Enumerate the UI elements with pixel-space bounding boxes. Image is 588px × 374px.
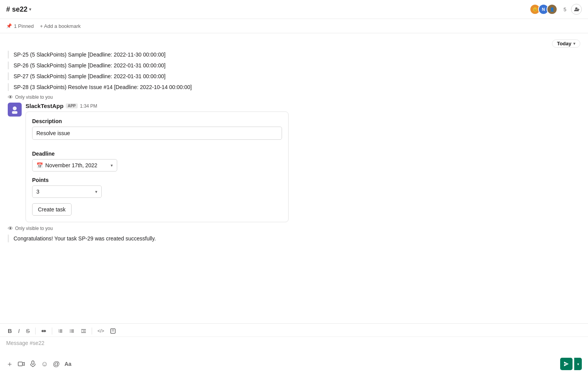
list-item: SP-25 (5 SlackPoints) Sample [Deadline: … [8, 51, 580, 58]
svg-rect-22 [18, 362, 22, 366]
channel-name[interactable]: # se22 [6, 5, 27, 14]
eye-icon-2: 👁 [8, 225, 13, 232]
pinned-label: 1 Pinned [14, 23, 34, 29]
deadline-select[interactable]: 📅 November 17th, 2022 ▾ [32, 159, 117, 172]
header: # se22 ▾ 😊 N 👤 5 [0, 0, 588, 19]
bot-header: SlackTestApp APP 1:34 PM [26, 103, 580, 109]
app-badge: APP [66, 103, 78, 108]
bot-message: SlackTestApp APP 1:34 PM Description Dea… [8, 103, 580, 222]
deadline-label: Deadline [32, 151, 282, 157]
header-left: # se22 ▾ [6, 5, 31, 14]
calendar-icon: 📅 [36, 162, 43, 168]
bullet-list-tool[interactable] [68, 328, 76, 335]
points-section: Points 3 ▾ [32, 177, 282, 198]
create-task-button[interactable]: Create task [32, 203, 72, 216]
send-button[interactable] [560, 358, 573, 370]
today-badge[interactable]: Today ▾ [552, 39, 580, 48]
bot-name: SlackTestApp [26, 103, 63, 109]
formatting-button[interactable]: Aa [65, 361, 72, 367]
toolbar-separator-2 [52, 328, 52, 335]
add-member-button[interactable] [571, 4, 582, 15]
send-options-button[interactable]: ▾ [574, 358, 582, 370]
message-text: SP-25 (5 SlackPoints) Sample [Deadline: … [14, 51, 166, 58]
svg-rect-23 [32, 361, 34, 364]
points-label: Points [32, 177, 282, 183]
message-text: SP-27 (5 SlackPoints) Sample [Deadline: … [14, 73, 166, 79]
bot-content: SlackTestApp APP 1:34 PM Description Dea… [26, 103, 580, 222]
bold-tool[interactable]: B [6, 327, 14, 335]
microphone-button[interactable] [29, 360, 36, 367]
form-card: Description Deadline 📅 November 17th, 20… [26, 112, 289, 222]
composer: B I S 1.2.3. </> Message #se22 ＋ [0, 323, 588, 374]
visibility-notice: 👁 Only visible to you [8, 94, 580, 100]
member-count: 5 [564, 7, 566, 12]
visibility-notice-2: 👁 Only visible to you [8, 225, 580, 232]
description-section: Description [32, 118, 282, 145]
svg-point-11 [70, 331, 71, 331]
composer-toolbar: B I S 1.2.3. </> [0, 324, 588, 337]
composer-actions: ＋ ☺ @ Aa ▾ [0, 356, 588, 374]
description-label: Description [32, 118, 282, 124]
list-item: SP-26 (5 SlackPoints) Sample [Deadline: … [8, 62, 580, 69]
points-chevron-icon: ▾ [95, 189, 97, 194]
points-select[interactable]: 3 ▾ [32, 185, 102, 198]
svg-text:3.: 3. [58, 331, 60, 333]
add-bookmark-button[interactable]: + Add a bookmark [40, 23, 80, 29]
success-text: Congratulations! Your task SP-29 was cre… [14, 235, 156, 242]
composer-actions-left: ＋ ☺ @ Aa [6, 359, 72, 369]
svg-point-12 [70, 332, 71, 333]
pinned-item[interactable]: 📌 1 Pinned [6, 23, 34, 29]
svg-point-2 [13, 106, 17, 110]
today-divider: Today ▾ [8, 39, 580, 48]
bot-avatar [8, 103, 22, 117]
svg-rect-3 [12, 111, 17, 114]
add-attachment-button[interactable]: ＋ [6, 359, 13, 369]
bookmarks-bar: 📌 1 Pinned + Add a bookmark [0, 19, 588, 33]
avatar: 👤 [547, 4, 557, 15]
ordered-list-tool[interactable]: 1.2.3. [56, 328, 65, 335]
strikethrough-tool[interactable]: S [24, 327, 31, 335]
list-item: SP-27 (5 SlackPoints) Sample [Deadline: … [8, 72, 580, 80]
svg-point-10 [70, 329, 71, 330]
composer-actions-right: ▾ [560, 358, 582, 370]
block-tool[interactable] [109, 328, 117, 335]
pin-icon: 📌 [6, 23, 12, 29]
svg-rect-1 [577, 9, 579, 10]
today-chevron-icon: ▾ [573, 41, 575, 46]
indent-tool[interactable] [79, 328, 88, 335]
eye-icon: 👁 [8, 94, 13, 100]
add-bookmark-label: + Add a bookmark [40, 23, 80, 29]
toolbar-separator-3 [92, 328, 92, 335]
today-label: Today [557, 41, 571, 46]
bot-time: 1:34 PM [80, 103, 97, 109]
toolbar-separator [35, 328, 36, 335]
visibility-text-2: Only visible to you [15, 226, 53, 231]
list-item: SP-28 (3 SlackPoints) Resolve Issue #14 … [8, 83, 580, 91]
deadline-section: Deadline 📅 November 17th, 2022 ▾ [32, 151, 282, 172]
avatar-stack: 😊 N 👤 [530, 4, 557, 15]
header-right: 😊 N 👤 5 [530, 4, 582, 15]
description-input[interactable] [32, 127, 282, 140]
message-input[interactable]: Message #se22 [6, 340, 44, 346]
mention-button[interactable]: @ [53, 360, 60, 368]
video-button[interactable] [18, 360, 25, 367]
code-tool[interactable]: </> [96, 328, 106, 335]
message-text: SP-26 (5 SlackPoints) Sample [Deadline: … [14, 62, 166, 69]
date-text: November 17th, 2022 [45, 162, 108, 168]
chat-area: Today ▾ SP-25 (5 SlackPoints) Sample [De… [0, 33, 588, 323]
italic-tool[interactable]: I [17, 327, 21, 335]
composer-input-area[interactable]: Message #se22 [0, 337, 588, 356]
message-text: SP-28 (3 SlackPoints) Resolve Issue #14 … [14, 84, 192, 90]
emoji-button[interactable]: ☺ [41, 360, 48, 368]
visibility-text: Only visible to you [15, 94, 53, 100]
points-value: 3 [36, 189, 93, 195]
success-message: Congratulations! Your task SP-29 was cre… [8, 235, 580, 242]
date-chevron-icon: ▾ [111, 163, 113, 168]
channel-chevron-icon[interactable]: ▾ [29, 7, 31, 12]
link-tool[interactable] [39, 328, 48, 335]
